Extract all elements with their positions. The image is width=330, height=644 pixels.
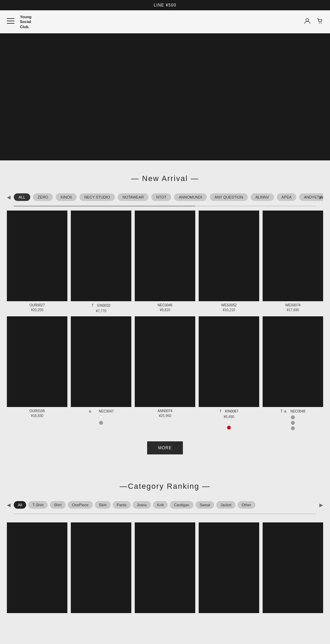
product-card[interactable]: WES0074¥17,690 [263, 211, 323, 313]
product-card[interactable]: OUR0106¥18,830 [7, 316, 67, 430]
product-image [263, 316, 323, 407]
top-banner: LINE ¥500 [0, 0, 330, 10]
swatch-red[interactable] [227, 426, 231, 430]
logo-text: Young Social Club. [20, 14, 31, 29]
category-product-card[interactable] [7, 522, 67, 615]
category-filter-wrapper: ◀ AllT-ShirtShirtOnePieceSkirtPantsJeans… [7, 499, 323, 511]
filter-tag-necy-studio[interactable]: NECY STUDIO [79, 193, 115, 201]
category-product-image [7, 522, 67, 613]
product-card[interactable]: ＆ NEC0047 [71, 316, 131, 430]
category-product-image [71, 522, 131, 613]
category-product-image [263, 522, 323, 613]
category-filter-arrow-right[interactable]: ▶ [319, 502, 323, 508]
more-button[interactable]: MORE [147, 441, 183, 454]
product-price: ¥9,820 [135, 308, 195, 312]
user-icon[interactable] [304, 18, 311, 26]
swatch-gray[interactable] [291, 421, 295, 425]
cat-filter-tag-onepiece[interactable]: OnePiece [68, 501, 92, 509]
cat-filter-tag-all[interactable]: All [14, 501, 26, 509]
filter-tag-all[interactable]: ALL [14, 193, 30, 201]
category-filter-arrow-left[interactable]: ◀ [7, 502, 11, 508]
filter-tag-alinnv[interactable]: ALINNV [251, 193, 274, 201]
product-price: ¥7,770 [71, 309, 131, 313]
banner-text: LINE ¥500 [154, 3, 176, 8]
header-icons [304, 18, 323, 26]
category-ranking-section: —Category Ranking — ◀ AllT-ShirtShirtOne… [0, 472, 330, 626]
cat-filter-tag-cardigan[interactable]: Cardigan [170, 501, 194, 509]
category-product-card[interactable] [199, 522, 259, 615]
swatch-white[interactable] [99, 415, 103, 419]
filter-tag-notawear[interactable]: NOTAWEAR [118, 193, 148, 201]
product-name: T KIN0067 [199, 409, 259, 414]
filter-arrow-right[interactable]: ▶ [319, 194, 323, 200]
cat-filter-tag-jacket[interactable]: Jacket [216, 501, 235, 509]
product-card[interactable]: OUR0027¥20,250 [7, 211, 67, 313]
filter-tag-apea[interactable]: APEA [277, 193, 296, 201]
category-product-grid [7, 518, 323, 619]
cat-filter-tag-knit[interactable]: Knit [153, 501, 168, 509]
product-image [135, 211, 195, 301]
cat-filter-tag-sweat[interactable]: Sweat [196, 501, 214, 509]
svg-rect-0 [7, 18, 14, 19]
product-image [263, 211, 323, 301]
product-image [7, 211, 67, 301]
product-image [71, 211, 131, 301]
category-ranking-title: —Category Ranking — [7, 482, 323, 491]
category-product-card[interactable] [135, 522, 195, 615]
product-name: OUR0106 [7, 409, 67, 413]
product-image [7, 316, 67, 407]
product-image [199, 316, 259, 407]
product-name: OUR0027 [7, 303, 67, 307]
product-price: ¥18,830 [7, 414, 67, 418]
swatch-gray[interactable] [291, 426, 295, 430]
category-product-image [135, 522, 195, 613]
svg-point-4 [319, 23, 320, 23]
filter-scroll-indicator [14, 206, 195, 206]
filter-scroll-line [14, 206, 316, 206]
hamburger-icon[interactable] [7, 18, 14, 25]
svg-point-5 [321, 23, 321, 23]
product-card[interactable]: T ＆ NEC0048 [263, 316, 323, 430]
category-filter-bar: AllT-ShirtShirtOnePieceSkirtPantsJeansKn… [7, 499, 323, 511]
header: Young Social Club. [0, 10, 330, 33]
svg-rect-1 [7, 21, 14, 21]
cat-filter-tag-other[interactable]: Other [238, 501, 255, 509]
category-scroll-line [14, 513, 316, 514]
category-product-card[interactable] [71, 522, 131, 615]
new-arrival-title: — New Arrival — [7, 174, 323, 183]
product-image [199, 211, 259, 301]
product-swatches [263, 415, 323, 430]
filter-tag-annomundi[interactable]: ANNOMUNDI [174, 193, 207, 201]
product-card[interactable]: WES0052¥10,210 [199, 211, 259, 313]
new-arrival-filter-bar: ALLZEROKINOIINECY STUDIONOTAWEARNTOTANNO… [7, 191, 323, 203]
product-name: T ＆ NEC0048 [263, 409, 323, 414]
cat-filter-tag-shirt[interactable]: Shirt [50, 501, 66, 509]
category-product-card[interactable] [263, 522, 323, 615]
swatch-white[interactable] [227, 420, 231, 424]
product-swatches [199, 420, 259, 430]
filter-tag-ntot[interactable]: NTOT [151, 193, 171, 201]
product-card[interactable]: NEC0046¥9,820 [135, 211, 195, 313]
cat-filter-tag-t-shirt[interactable]: T-Shirt [28, 501, 47, 509]
new-arrival-section: — New Arrival — ◀ ALLZEROKINOIINECY STUD… [0, 160, 330, 472]
more-btn-wrapper: MORE [7, 434, 323, 465]
filter-tag-zero[interactable]: ZERO [33, 193, 53, 201]
product-card[interactable]: ANN0074¥25,950 [135, 316, 195, 430]
filter-tag-any-question[interactable]: ANY QUESTION [210, 193, 248, 201]
cat-filter-tag-pants[interactable]: Pants [113, 501, 131, 509]
cat-filter-tag-jeans[interactable]: Jeans [133, 501, 151, 509]
swatch-gray[interactable] [99, 421, 103, 425]
hero-banner [0, 33, 330, 160]
product-name: T EIN0032 [71, 303, 131, 308]
filter-bar-wrapper: ◀ ALLZEROKINOIINECY STUDIONOTAWEARNTOTAN… [7, 191, 323, 203]
cart-icon[interactable] [316, 18, 323, 26]
product-image [71, 316, 131, 407]
filter-tag-kinoii[interactable]: KINOII [56, 193, 77, 201]
product-card[interactable]: T KIN0067¥5,490 [199, 316, 259, 430]
filter-arrow-left[interactable]: ◀ [7, 194, 11, 200]
logo[interactable]: Young Social Club. [20, 14, 304, 29]
svg-point-3 [306, 19, 309, 21]
swatch-gray[interactable] [291, 415, 295, 419]
cat-filter-tag-skirt[interactable]: Skirt [95, 501, 111, 509]
product-card[interactable]: T EIN0032¥7,770 [71, 211, 131, 313]
